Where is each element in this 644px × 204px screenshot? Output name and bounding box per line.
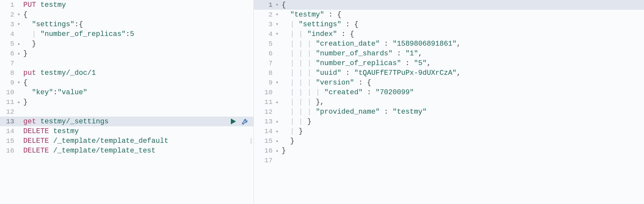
code-content[interactable]: } [280, 147, 644, 155]
code-content[interactable]: } [280, 137, 644, 145]
right-code-line[interactable]: 3▾ | "settings" : { [254, 19, 644, 29]
left-code-line[interactable]: 12 [0, 107, 253, 117]
code-content[interactable]: DELETE /_template/template_test [21, 147, 253, 155]
right-code-line[interactable]: 5 | | | "creation_date" : "1589806891861… [254, 39, 644, 49]
code-content[interactable]: PUT testmy [21, 1, 253, 9]
fold-toggle-icon[interactable]: ▾ [16, 12, 21, 17]
right-code-line[interactable]: 15▴ } [254, 136, 644, 146]
left-code-line[interactable]: 9▾{ [0, 78, 253, 87]
code-content[interactable] [21, 59, 253, 67]
code-content[interactable]: "testmy" : { [280, 11, 644, 19]
fold-toggle-icon[interactable]: ▴ [16, 51, 21, 56]
play-icon[interactable] [230, 118, 237, 125]
left-code-line[interactable]: 7 [0, 58, 253, 68]
code-content[interactable] [21, 108, 253, 116]
right-code-line[interactable]: 12 | | | "provided_name" : "testmy" [254, 107, 644, 117]
code-content[interactable]: { [21, 79, 253, 87]
code-content[interactable]: | | | "number_of_shards" : "1", [280, 50, 644, 58]
right-code-line[interactable]: 13▴ | | } [254, 117, 644, 126]
code-content[interactable]: "key":"value" [21, 88, 253, 96]
fold-toggle-icon[interactable]: ▴ [274, 129, 280, 134]
left-code-line[interactable]: 14DELETE testmy [0, 126, 253, 136]
right-code-line[interactable]: 9▾ | | | "version" : { [254, 78, 644, 87]
line-number: 6 [254, 50, 274, 57]
left-code-line[interactable]: 16DELETE /_template/template_test [0, 146, 253, 155]
wrench-icon[interactable] [241, 118, 249, 125]
fold-toggle-icon[interactable]: ▾ [16, 80, 21, 85]
left-code-line[interactable]: 4 | "number_of_replicas":5 [0, 29, 253, 39]
code-content[interactable]: | | "index" : { [280, 30, 644, 38]
right-code-line[interactable]: 14▴ | } [254, 126, 644, 136]
left-code-line[interactable]: 5▴ } [0, 39, 253, 49]
code-content[interactable]: get testmy/_settings [21, 118, 253, 126]
right-code-line[interactable]: 1▾{ [254, 0, 644, 10]
code-content[interactable]: | "number_of_replicas":5 [21, 30, 253, 38]
code-content[interactable]: put testmy/_doc/1 [21, 69, 253, 77]
code-content[interactable]: | | | }, [280, 98, 644, 106]
code-token [295, 20, 299, 28]
fold-toggle-icon[interactable]: ▾ [16, 22, 21, 27]
code-content[interactable]: } [21, 50, 253, 58]
left-code-line[interactable]: 15DELETE /_template/template_default [0, 136, 253, 146]
code-content[interactable]: "settings":{ [21, 20, 253, 28]
fold-toggle-icon[interactable]: ▴ [16, 41, 21, 46]
code-content[interactable]: { [21, 11, 253, 19]
code-token: | [290, 30, 294, 38]
right-code-line[interactable]: 4▾ | | "index" : { [254, 29, 644, 39]
fold-toggle-icon[interactable]: ▾ [274, 22, 280, 27]
code-content[interactable]: DELETE /_template/template_default [21, 137, 253, 145]
left-code-line[interactable]: 8put testmy/_doc/1 [0, 68, 253, 78]
right-code-line[interactable]: 6 | | | "number_of_shards" : "1", [254, 49, 644, 58]
code-token [282, 50, 290, 58]
right-code-line[interactable]: 17 [254, 155, 644, 165]
response-output-pane[interactable]: 1▾{2▾ "testmy" : {3▾ | "settings" : {4▾ … [254, 0, 644, 204]
left-code-line[interactable]: 11▴} [0, 97, 253, 107]
code-content[interactable]: DELETE testmy [21, 127, 253, 135]
right-code-line[interactable]: 10 | | | | "created" : "7020099" [254, 87, 644, 97]
right-code-line[interactable]: 7 | | | "number_of_replicas" : "5", [254, 58, 644, 68]
code-content[interactable]: | "settings" : { [280, 20, 644, 28]
fold-toggle-icon[interactable]: ▾ [274, 32, 280, 37]
code-token: "7020099" [375, 88, 414, 96]
code-token [303, 69, 307, 77]
left-code-line[interactable]: 3▾ "settings":{ [0, 19, 253, 29]
svg-marker-0 [231, 119, 236, 124]
left-code-line[interactable]: 2▾{ [0, 10, 253, 19]
left-code-line[interactable]: 1PUT testmy [0, 0, 253, 10]
code-content[interactable]: } [21, 98, 253, 106]
code-content[interactable]: } [21, 40, 253, 48]
code-content[interactable]: | | | "creation_date" : "1589806891861", [280, 40, 644, 48]
right-code-line[interactable]: 8 | | | "uuid" : "tQAUFfE7TPuPx-9dUXrCzA… [254, 68, 644, 78]
code-token: | [290, 40, 294, 48]
code-content[interactable]: | | | "version" : { [280, 79, 644, 87]
line-number: 3 [254, 21, 274, 28]
right-code-line[interactable]: 11▴ | | | }, [254, 97, 644, 107]
right-code-line[interactable]: 16▴} [254, 146, 644, 155]
fold-toggle-icon[interactable]: ▾ [274, 3, 280, 7]
code-token [282, 88, 290, 96]
left-code-line[interactable]: 13get testmy/_settings [0, 117, 253, 126]
code-content[interactable]: | | | "provided_name" : "testmy" [280, 108, 644, 116]
fold-toggle-icon[interactable]: ▴ [16, 100, 21, 105]
code-content[interactable]: | } [280, 127, 644, 135]
left-code-line[interactable]: 6▴} [0, 49, 253, 58]
code-content[interactable]: | | } [280, 118, 644, 126]
right-code-line[interactable]: 2▾ "testmy" : { [254, 10, 644, 19]
code-token: DELETE [23, 127, 49, 135]
code-content[interactable]: | | | | "created" : "7020099" [280, 88, 644, 96]
fold-toggle-icon[interactable]: ▴ [274, 139, 280, 143]
fold-toggle-icon[interactable]: ▴ [274, 100, 280, 105]
code-token: get [23, 118, 36, 126]
code-content[interactable] [280, 156, 644, 164]
fold-toggle-icon[interactable]: ▾ [274, 12, 280, 17]
code-content[interactable]: | | | "number_of_replicas" : "5", [280, 59, 644, 67]
left-code-line[interactable]: 10 "key":"value" [0, 87, 253, 97]
fold-toggle-icon[interactable]: ▴ [274, 148, 280, 153]
fold-toggle-icon[interactable]: ▴ [274, 119, 280, 124]
code-token: | [299, 118, 303, 126]
drag-dots-icon[interactable] [251, 139, 252, 143]
request-editor-pane[interactable]: 1PUT testmy2▾{3▾ "settings":{4 | "number… [0, 0, 254, 204]
fold-toggle-icon[interactable]: ▾ [274, 80, 280, 85]
code-content[interactable]: { [280, 1, 644, 9]
code-content[interactable]: | | | "uuid" : "tQAUFfE7TPuPx-9dUXrCzA", [280, 69, 644, 77]
